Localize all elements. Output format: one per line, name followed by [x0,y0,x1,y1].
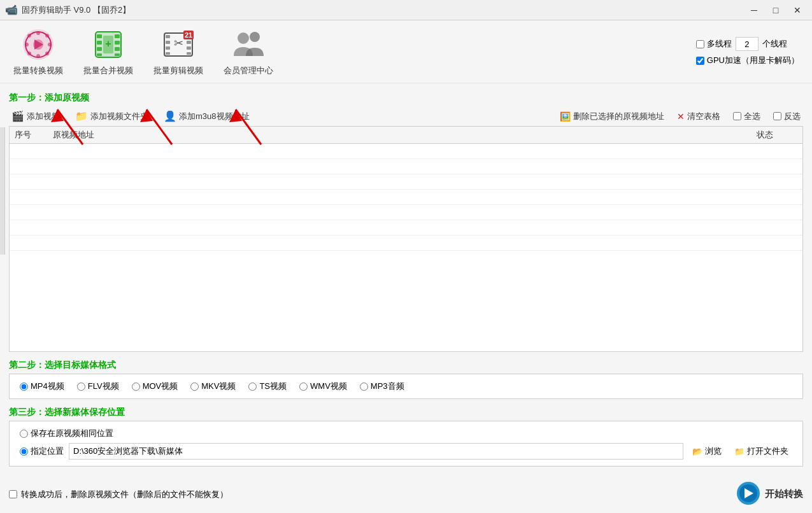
svg-text:+: + [105,38,111,49]
format-mov[interactable]: MOV视频 [132,381,178,392]
invert-select-btn[interactable]: 反选 [771,109,803,123]
start-icon [736,481,761,508]
member-center-tool[interactable]: 会员管理中心 [223,27,274,76]
select-all-btn[interactable]: 全选 [730,109,763,123]
member-icon [231,27,266,62]
toolbar: 批量转换视频 [0,20,812,83]
batch-edit-tool[interactable]: ✂ 21 批量剪辑视频 [153,27,204,76]
save-custom-location[interactable]: 指定位置 [20,446,64,457]
svg-rect-18 [115,34,120,38]
radio-mp3[interactable] [360,383,368,391]
delete-after-convert-checkbox[interactable] [9,490,17,498]
main-window: 批量转换视频 [0,20,812,513]
bottom-bar: 转换成功后，删除原视频文件（删除后的文件不能恢复） 开始转换 [0,475,812,513]
svg-text:✂: ✂ [174,37,183,50]
add-folder-btn[interactable]: 📁 添加视频文件夹 [73,109,151,123]
svg-point-6 [48,43,52,46]
col-header-seq: 序号 [10,127,48,144]
close-button[interactable]: ✕ [788,4,807,17]
svg-rect-27 [166,46,170,50]
delete-after-convert-label[interactable]: 转换成功后，删除原视频文件（删除后的文件不能恢复） [9,489,228,500]
batch-convert-icon [20,27,56,62]
multithread-text: 多线程 [707,38,732,50]
svg-point-37 [250,32,260,42]
format-flv[interactable]: FLV视频 [77,381,119,392]
svg-rect-20 [115,47,120,51]
table-row [10,190,802,205]
clear-icon: ✕ [677,111,685,122]
format-mp4[interactable]: MP4视频 [20,381,64,392]
add-video-btn[interactable]: 🎬 添加视频 [9,109,62,123]
radio-same-location[interactable] [20,430,28,438]
svg-rect-14 [97,34,102,38]
content-area: 第一步：添加原视频 🎬 添加视频 📁 添加视频文件夹 👤 添加m3u8视频地址 … [0,83,812,475]
minimize-button[interactable]: ─ [744,4,764,17]
gpu-accel-label[interactable]: GPU加速（用显卡解码） [696,55,799,66]
maximize-button[interactable]: □ [766,4,785,17]
browse-btn[interactable]: 📂 浏览 [688,444,725,458]
table-row [10,205,802,220]
start-convert-button[interactable]: 开始转换 [736,481,803,508]
col-header-status: 状态 [751,127,802,144]
svg-rect-21 [115,53,120,56]
select-all-checkbox[interactable] [733,112,741,120]
format-wmv[interactable]: WMV视频 [299,381,347,392]
table-body [10,144,802,251]
delete-selected-btn[interactable]: 🖼️ 删除已选择的原视频地址 [557,109,667,123]
svg-point-10 [45,34,49,38]
add-m3u8-btn[interactable]: 👤 添加m3u8视频地址 [161,109,252,123]
radio-custom-location[interactable] [20,447,28,456]
table-row [10,220,802,235]
save-same-location[interactable]: 保存在原视频相同位置 [20,428,792,439]
svg-rect-15 [97,41,102,45]
step3-area: 保存在原视频相同位置 指定位置 📂 浏览 📁 打开文件夹 [9,421,803,467]
path-input[interactable] [69,443,683,460]
member-label: 会员管理中心 [224,65,273,76]
radio-mp4[interactable] [20,383,28,391]
multithread-checkbox[interactable] [696,40,704,48]
format-mkv[interactable]: MKV视频 [190,381,236,392]
batch-merge-tool[interactable]: + 批量合并视频 [83,27,134,76]
add-folder-icon: 📁 [75,110,88,122]
svg-rect-19 [115,41,120,45]
multithread-checkbox-label[interactable]: 多线程 [696,38,732,50]
svg-rect-16 [97,47,102,51]
radio-flv[interactable] [77,383,85,391]
svg-rect-30 [187,41,191,44]
radio-mkv[interactable] [190,383,199,391]
table-row [10,159,802,174]
batch-merge-label: 批量合并视频 [83,65,133,76]
right-actions: 🖼️ 删除已选择的原视频地址 ✕ 清空表格 全选 反选 [557,109,803,123]
multithread-row: 多线程 个线程 [696,37,799,51]
delete-selected-icon: 🖼️ [560,111,571,122]
svg-rect-26 [166,41,170,44]
format-ts[interactable]: TS视频 [248,381,287,392]
radio-mov[interactable] [132,383,140,391]
radio-wmv[interactable] [299,383,308,391]
format-mp3[interactable]: MP3音频 [360,381,404,392]
add-video-icon: 🎬 [11,110,24,122]
batch-convert-tool[interactable]: 批量转换视频 [13,27,64,76]
custom-location-row: 指定位置 📂 浏览 📁 打开文件夹 [20,443,792,460]
col-header-path: 原视频地址 [48,127,751,144]
file-table-container: 序号 原视频地址 状态 [9,126,803,352]
open-folder-btn[interactable]: 📁 打开文件夹 [730,444,792,458]
svg-rect-31 [187,46,191,50]
svg-point-8 [45,52,49,55]
start-label: 开始转换 [765,488,803,500]
gpu-accel-checkbox[interactable] [696,57,704,65]
table-row [10,144,802,159]
thread-suffix: 个线程 [762,38,787,50]
thread-count-input[interactable] [736,37,759,51]
clear-table-btn[interactable]: ✕ 清空表格 [674,109,723,123]
table-row [10,235,802,251]
radio-ts[interactable] [248,383,257,391]
window-controls: ─ □ ✕ [744,4,807,17]
browse-icon: 📂 [692,447,702,456]
step2-label: 第二步：选择目标媒体格式 [9,360,803,371]
title-bar: 📹 固乔剪辑助手 V9.0 【固乔2】 ─ □ ✕ [0,0,812,20]
open-folder-icon: 📁 [734,447,744,456]
batch-convert-label: 批量转换视频 [13,65,63,76]
invert-select-checkbox[interactable] [773,112,781,120]
title-text: 固乔剪辑助手 V9.0 【固乔2】 [22,4,744,16]
